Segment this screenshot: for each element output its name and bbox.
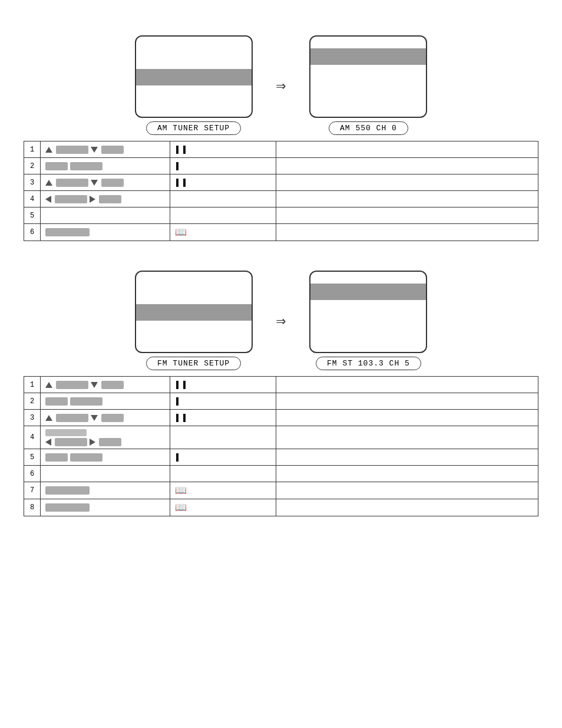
triangle-up-icon <box>45 415 52 421</box>
table-row: 2 <box>24 393 538 410</box>
row-display: 📖 <box>170 499 276 516</box>
gray-bar <box>101 146 124 154</box>
row-desc <box>276 377 538 393</box>
am-screen1-box <box>135 35 253 118</box>
fm-setup-table: 1 2 <box>24 376 538 516</box>
row-desc <box>276 499 538 516</box>
am-diagram-section: AM TUNER SETUP ⇒ AM 550 CH 0 <box>24 35 538 135</box>
row-display <box>170 393 276 410</box>
row-num: 5 <box>24 207 41 224</box>
gray-bar <box>99 438 121 446</box>
fm-screen1-item: FM TUNER SETUP <box>135 271 253 370</box>
triangle-up-icon <box>45 382 52 388</box>
row-display <box>170 207 276 224</box>
row-num: 6 <box>24 466 41 482</box>
row-desc <box>276 191 538 207</box>
triangle-down-icon <box>91 180 98 186</box>
row-item <box>41 499 170 516</box>
row-item <box>41 158 170 174</box>
black-bar <box>176 397 178 406</box>
am-setup-table: 1 2 <box>24 141 538 241</box>
row-desc <box>276 207 538 224</box>
gray-bar <box>55 195 87 203</box>
table-row: 6 📖 <box>24 224 538 241</box>
book-icon: 📖 <box>175 226 187 238</box>
triangle-up-icon <box>45 180 52 186</box>
black-bar <box>183 414 186 422</box>
table-row: 1 <box>24 377 538 393</box>
triangle-left-icon <box>45 439 51 446</box>
table-row: 8 📖 <box>24 499 538 516</box>
row-item <box>41 207 170 224</box>
row-display <box>170 410 276 426</box>
row-num: 2 <box>24 393 41 410</box>
gray-bar <box>45 397 68 406</box>
gray-bar <box>45 162 68 170</box>
gray-bar <box>56 381 88 389</box>
table-row: 5 <box>24 207 538 224</box>
table-row: 5 <box>24 449 538 466</box>
gray-bar <box>45 503 90 512</box>
row-item <box>41 224 170 241</box>
row-desc <box>276 426 538 449</box>
gray-bar <box>45 453 68 462</box>
gray-bar <box>101 414 124 422</box>
row-desc <box>276 224 538 241</box>
row-num: 3 <box>24 174 41 191</box>
am-arrow: ⇒ <box>276 75 286 95</box>
fm-screen2-highlight <box>310 284 426 300</box>
black-bar <box>183 146 186 154</box>
triangle-down-icon <box>91 415 98 421</box>
gray-bar <box>101 179 124 187</box>
small-text-bar <box>45 429 87 436</box>
gray-bar <box>55 438 87 446</box>
row-num: 4 <box>24 426 41 449</box>
row-display <box>170 191 276 207</box>
fm-screen1-label: FM TUNER SETUP <box>146 357 241 370</box>
gray-bar <box>56 414 88 422</box>
gray-bar <box>70 162 103 170</box>
row-num: 7 <box>24 482 41 499</box>
row-desc <box>276 393 538 410</box>
row-num: 5 <box>24 449 41 466</box>
gray-bar <box>45 486 90 495</box>
row-display: 📖 <box>170 224 276 241</box>
black-bar <box>183 179 186 187</box>
row-desc <box>276 449 538 466</box>
row-item <box>41 174 170 191</box>
gray-bar <box>70 397 103 406</box>
black-bar <box>176 414 178 422</box>
row-display <box>170 141 276 158</box>
row-display <box>170 426 276 449</box>
triangle-down-icon <box>91 382 98 388</box>
am-screen1-label: AM TUNER SETUP <box>146 121 241 135</box>
row-num: 6 <box>24 224 41 241</box>
am-screen2-highlight <box>310 48 426 65</box>
black-bar <box>176 179 178 187</box>
fm-screen2-item: FM ST 103.3 CH 5 <box>309 271 427 370</box>
table-row: 1 <box>24 141 538 158</box>
row-desc <box>276 466 538 482</box>
table-row: 3 <box>24 174 538 191</box>
row-item <box>41 377 170 393</box>
gray-bar <box>56 179 88 187</box>
row-desc <box>276 410 538 426</box>
am-screen1-highlight <box>136 69 252 85</box>
am-screen2-label-container: AM 550 CH 0 <box>329 118 408 135</box>
row-display <box>170 466 276 482</box>
triangle-right-icon <box>90 439 95 446</box>
am-screen1-item: AM TUNER SETUP <box>135 35 253 135</box>
row-num: 8 <box>24 499 41 516</box>
table-row: 3 <box>24 410 538 426</box>
row-item <box>41 426 170 449</box>
triangle-up-icon <box>45 147 52 153</box>
table-row: 6 <box>24 466 538 482</box>
fm-screen2-box <box>309 271 427 353</box>
table-row: 2 <box>24 158 538 174</box>
row-item <box>41 466 170 482</box>
fm-screen1-box <box>135 271 253 353</box>
row-desc <box>276 158 538 174</box>
triangle-right-icon <box>90 196 95 203</box>
fm-screen1-label-container: FM TUNER SETUP <box>146 353 241 370</box>
row-num: 3 <box>24 410 41 426</box>
